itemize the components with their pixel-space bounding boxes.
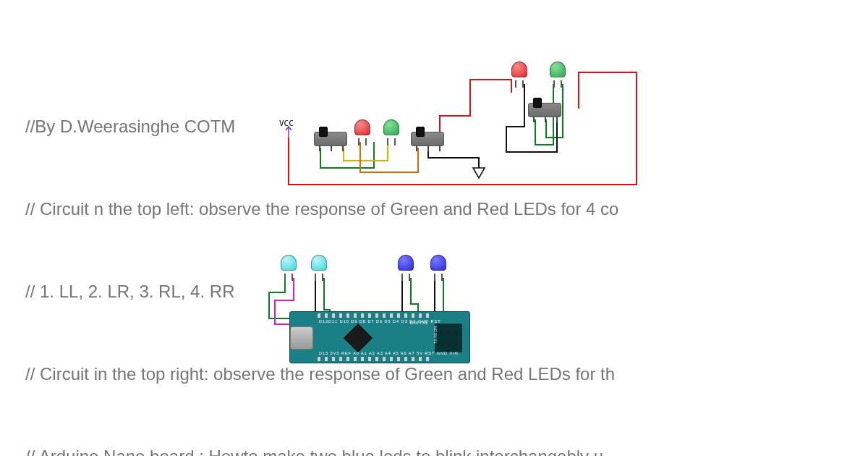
led-blue-2[interactable] xyxy=(430,255,446,276)
led-red-2[interactable] xyxy=(511,62,527,83)
led-blue-1[interactable] xyxy=(398,255,414,276)
arduino-pin-header-bottom[interactable] xyxy=(318,357,432,361)
switch-3[interactable] xyxy=(528,103,561,117)
circuit-diagram: VCC xyxy=(0,0,868,456)
arduino-nano[interactable]: D12D11 D10 D9 D8 D7 D6 D5 D4 D3 D2 GND R… xyxy=(289,311,470,363)
arduino-side-label: TX RX ON xyxy=(433,326,438,344)
vcc-label: VCC xyxy=(279,119,294,128)
switch-2[interactable] xyxy=(411,132,444,146)
led-green-1[interactable] xyxy=(383,119,399,141)
led-green-2[interactable] xyxy=(550,62,566,83)
wires-svg xyxy=(0,0,868,456)
icsp-header-icon xyxy=(435,324,462,352)
arduino-pins-bot-label: D13 3V3 REF A0 A1 A2 A3 A4 A5 A6 A7 5V R… xyxy=(319,351,459,355)
usb-port-icon xyxy=(290,326,313,350)
mcu-chip-icon xyxy=(344,324,373,352)
led-cyan-1[interactable] xyxy=(281,255,297,276)
arduino-rx-label: RX0 TX1 xyxy=(410,321,427,325)
arduino-pin-header-top[interactable] xyxy=(318,313,432,318)
led-red-1[interactable] xyxy=(354,119,370,141)
switch-1[interactable] xyxy=(314,132,347,146)
led-cyan-2[interactable] xyxy=(311,255,327,276)
